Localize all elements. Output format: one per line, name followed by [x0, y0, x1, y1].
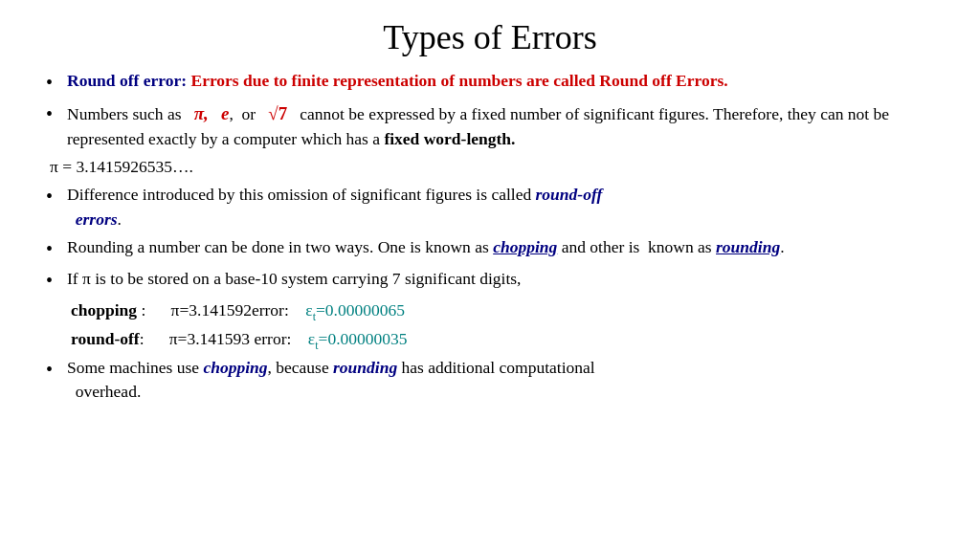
bullet-dot-5: • [46, 267, 67, 295]
pi-symbol: π, [194, 103, 209, 123]
chopping-line: chopping : π=3.141592error: εt=0.0000006… [71, 298, 934, 325]
content-area: • Round off error: Errors due to finite … [46, 69, 934, 534]
fixed-word-length: fixed word-length. [384, 129, 515, 148]
round-off-errors-italic: round-off errors [67, 185, 602, 228]
slide: Types of Errors • Round off error: Error… [0, 0, 980, 551]
roundoff-label: round-off [71, 329, 140, 348]
roundoff-error-label: error: [254, 329, 291, 348]
bullet-text-5: If π is to be stored on a base-10 system… [67, 267, 934, 291]
sqrt7-symbol: √7 [268, 103, 287, 123]
roundoff-epsilon: εt=0.00000035 [308, 329, 408, 348]
chopping-pi-val: π=3.141592 [171, 300, 252, 320]
bullet-dot-6: • [46, 356, 67, 384]
bullet-difference: • Difference introduced by this omission… [46, 183, 934, 231]
bullet-some-machines: • Some machines use chopping, because ro… [46, 356, 934, 405]
pi-value-line: π = 3.1415926535…. [50, 155, 934, 179]
bullet-text-3: Difference introduced by this omission o… [67, 183, 934, 231]
bullet-dot-4: • [46, 235, 67, 263]
e-symbol: e [221, 103, 229, 123]
chopping-link: chopping [493, 237, 557, 256]
chopping-italic: chopping [203, 358, 267, 377]
chopping-label: chopping [71, 300, 137, 320]
slide-title: Types of Errors [46, 17, 934, 57]
bullet-text-2: Numbers such as π, e, or √7 cannot be ex… [67, 100, 934, 151]
bullet-dot-1: • [46, 69, 67, 97]
bullet-text-4: Rounding a number can be done in two way… [67, 235, 934, 259]
rounding-italic: rounding [333, 358, 397, 377]
roundoff-line: round-off: π=3.141593 error: εt=0.000000… [71, 327, 934, 354]
pi-value-text: π = 3.1415926535…. [50, 157, 193, 176]
bullet-dot-2: • [46, 100, 67, 128]
bullet-text-1: Round off error: Errors due to finite re… [67, 69, 934, 93]
bullet-dot-3: • [46, 183, 67, 210]
bullet-numbers: • Numbers such as π, e, or √7 cannot be … [46, 100, 934, 151]
rounding-link: rounding [716, 237, 780, 256]
chopping-epsilon: εt=0.00000065 [305, 300, 405, 320]
bullet-if-pi: • If π is to be stored on a base-10 syst… [46, 267, 934, 295]
bullet-text-6: Some machines use chopping, because roun… [67, 356, 934, 405]
round-off-label: Round off error: [67, 71, 187, 90]
round-off-description: Errors due to finite representation of n… [190, 71, 727, 90]
bullet-round-off-error: • Round off error: Errors due to finite … [46, 69, 934, 97]
chopping-error-label: error: [252, 300, 289, 320]
roundoff-pi-val: π=3.141593 [169, 329, 250, 348]
bullet-rounding: • Rounding a number can be done in two w… [46, 235, 934, 263]
